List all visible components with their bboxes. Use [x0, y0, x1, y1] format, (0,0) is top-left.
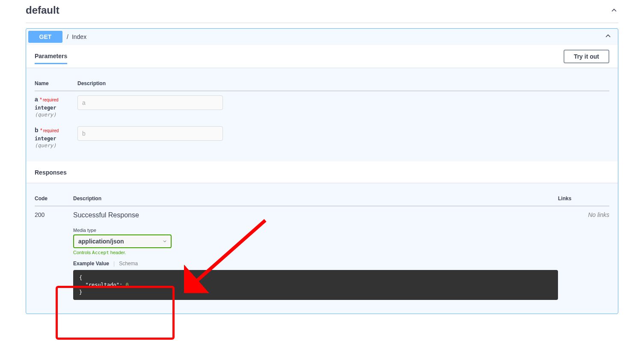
parameters-table: Name Description a *required integer (qu… [26, 68, 618, 161]
json-value: 0 [125, 282, 128, 288]
parameters-header: Parameters Try it out [26, 45, 618, 68]
param-in: (query) [35, 142, 77, 148]
method-badge: GET [28, 31, 62, 43]
parameters-tab[interactable]: Parameters [35, 48, 67, 64]
media-type-select[interactable]: application/json [73, 234, 172, 248]
json-key: "resultado" [85, 282, 119, 288]
param-name: b [35, 127, 39, 133]
col-links: Links [558, 191, 609, 206]
response-row: 200 Successful Response Media type appli… [35, 206, 609, 305]
accept-suffix: header. [109, 250, 126, 255]
path-slash: / [67, 33, 68, 40]
param-input-a[interactable] [77, 95, 223, 110]
schema-tab[interactable]: Schema [119, 261, 138, 267]
col-description: Description [77, 76, 609, 91]
responses-header: Responses [26, 161, 618, 183]
response-description: Successful Response [73, 211, 558, 219]
col-description: Description [73, 191, 558, 206]
tab-divider: | [113, 261, 115, 267]
collapse-toggle[interactable] [604, 32, 612, 42]
tag-header[interactable]: default [26, 0, 618, 23]
opblock-get: GET / Index Parameters Try it out Name D… [26, 28, 618, 314]
param-row: a *required integer (query) [35, 91, 609, 122]
response-links: No links [558, 206, 609, 305]
opblock-path: / Index [67, 33, 599, 40]
col-name: Name [35, 76, 77, 91]
param-type: integer [35, 134, 77, 142]
accept-hint: Controls Accept header. [73, 250, 558, 255]
param-in: (query) [35, 111, 77, 118]
json-open: { [79, 275, 82, 281]
opblock-body: Parameters Try it out Name Description a [26, 45, 618, 314]
json-close: } [79, 289, 82, 295]
response-code: 200 [35, 206, 73, 305]
param-name: a [35, 96, 38, 103]
accept-prefix: Controls [73, 250, 92, 255]
responses-tab: Responses [35, 165, 67, 179]
param-input-b[interactable] [77, 126, 223, 141]
example-tabs: Example Value | Schema [73, 261, 558, 267]
media-type-select-wrap: application/json [73, 234, 172, 248]
opblock-summary[interactable]: GET / Index [26, 29, 618, 45]
json-colon: : [119, 282, 125, 288]
responses-table: Code Description Links 200 Successful Re… [26, 183, 618, 314]
media-type-label: Media type [73, 228, 558, 233]
required-label: required [42, 98, 59, 102]
param-row: b *required integer (query) [35, 122, 609, 153]
required-star-icon: * [40, 128, 42, 133]
path-summary: Index [72, 33, 86, 40]
param-type: integer [35, 103, 77, 111]
chevron-up-icon [610, 6, 618, 15]
required-label: required [42, 128, 59, 133]
example-code-block: { "resultado": 0 } [73, 270, 558, 300]
accept-code: Accept [92, 250, 109, 255]
chevron-up-icon [604, 32, 612, 40]
col-code: Code [35, 191, 73, 206]
example-value-tab[interactable]: Example Value [73, 261, 109, 267]
tag-title: default [26, 4, 59, 16]
try-it-out-button[interactable]: Try it out [564, 50, 609, 63]
